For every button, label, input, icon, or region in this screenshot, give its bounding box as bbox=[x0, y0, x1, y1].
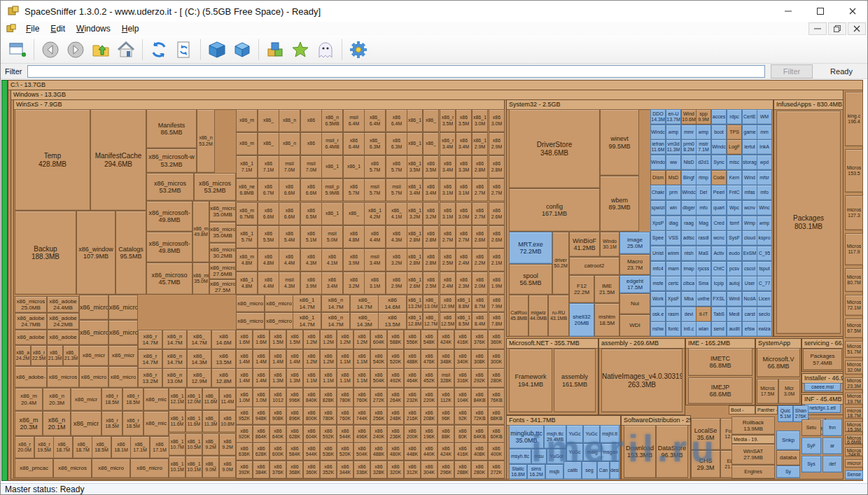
treemap-file[interactable]: mfo bbox=[757, 185, 772, 200]
treemap-folder[interactable]: x86340K bbox=[454, 349, 471, 369]
treemap-folder[interactable]: x86_micro bbox=[79, 366, 108, 388]
treemap-file[interactable]: Unist bbox=[650, 246, 666, 261]
treemap-folder[interactable]: IME21.5M bbox=[594, 275, 620, 303]
treemap-folder[interactable]: x86_window107.9MB bbox=[76, 211, 115, 295]
treemap-folder[interactable]: Setu bbox=[802, 419, 821, 436]
treemap-folder[interactable]: x86840K bbox=[303, 388, 320, 407]
treemap-folder[interactable]: x86492K bbox=[387, 368, 404, 388]
treemap-folder[interactable]: x86_13.2M bbox=[407, 202, 423, 225]
treemap-folder[interactable]: x861.4M bbox=[236, 349, 253, 369]
treemap-folder[interactable]: Packages803.1MB bbox=[776, 111, 841, 334]
treemap-file[interactable]: InkA bbox=[757, 139, 772, 155]
treemap-folder[interactable]: x86_14.7M bbox=[187, 330, 211, 349]
treemap-folder[interactable]: x86_pmcac bbox=[15, 459, 53, 478]
treemap-folder[interactable]: x86640K bbox=[270, 425, 286, 443]
treemap-folder[interactable]: x863.1M bbox=[364, 272, 386, 295]
treemap-folder[interactable]: micros18.7M bbox=[845, 407, 863, 419]
treemap-file[interactable]: Licen bbox=[757, 291, 772, 307]
new-view-icon[interactable] bbox=[5, 37, 30, 62]
treemap-folder[interactable]: x866.6M bbox=[279, 202, 300, 225]
treemap-file[interactable]: image25.0M bbox=[620, 232, 650, 254]
treemap-folder[interactable]: x86_13.5M bbox=[407, 155, 423, 179]
treemap-folder[interactable]: x8610.8M bbox=[219, 410, 236, 433]
treemap-folder[interactable]: x864.4M bbox=[258, 272, 279, 295]
treemap-folder[interactable]: x86_18.5M bbox=[92, 436, 111, 459]
treemap-folder[interactable]: x863.1M bbox=[440, 202, 456, 225]
treemap-folder[interactable]: x86_micr bbox=[71, 411, 102, 436]
treemap-folder[interactable]: Backup188.3MB bbox=[15, 211, 76, 295]
treemap-file[interactable]: Bingf bbox=[681, 170, 696, 186]
treemap-folder[interactable]: x86_r22.5M bbox=[31, 345, 47, 366]
treemap-folder[interactable]: winevt99.5MB bbox=[600, 109, 639, 176]
treemap-folder[interactable]: x86628K bbox=[253, 442, 270, 461]
treemap-file[interactable]: edgeht17.5M bbox=[620, 275, 650, 293]
more-detail-icon[interactable] bbox=[230, 37, 255, 62]
back-icon[interactable] bbox=[38, 37, 63, 62]
treemap-folder[interactable]: DriverStore348.6MB bbox=[509, 109, 600, 188]
treemap-folder[interactable]: x861.0M bbox=[236, 388, 253, 407]
treemap-folder[interactable]: x8618.1M bbox=[111, 436, 131, 459]
treemap-folder[interactable]: Rollback13.9MB bbox=[732, 417, 775, 435]
treemap-folder[interactable]: x86544K bbox=[303, 442, 320, 461]
treemap-file[interactable]: Quic5.1M bbox=[778, 405, 793, 422]
treemap-file[interactable]: mm bbox=[757, 125, 772, 140]
treemap-folder[interactable]: x8668KB bbox=[488, 407, 505, 425]
treemap-file[interactable]: Wmil bbox=[727, 291, 742, 307]
treemap-file[interactable]: prm08.2M bbox=[681, 139, 696, 155]
treemap-folder[interactable]: msil3.4M bbox=[364, 249, 386, 272]
home-icon[interactable] bbox=[113, 37, 139, 62]
options-icon[interactable] bbox=[346, 37, 371, 62]
treemap-folder[interactable]: x863.4M bbox=[423, 179, 439, 202]
treemap-container-header[interactable]: Microsoft.NET - 355.7MB bbox=[507, 339, 598, 349]
treemap-folder[interactable]: x86760K bbox=[354, 388, 370, 407]
treemap-folder[interactable]: x86_ bbox=[258, 132, 279, 155]
treemap-folder[interactable]: x8614.6M bbox=[211, 330, 236, 349]
treemap-folder[interactable]: x86480K bbox=[387, 442, 404, 461]
treemap-folder[interactable]: x8676KB bbox=[488, 388, 505, 407]
treemap-folder[interactable]: x86_micro bbox=[236, 312, 265, 330]
treemap-file[interactable]: NlsD bbox=[681, 155, 696, 170]
treemap-file[interactable]: FntC bbox=[727, 185, 742, 200]
treemap-folder[interactable]: x86584K bbox=[286, 442, 303, 461]
treemap-file[interactable]: Windc bbox=[650, 125, 666, 140]
treemap-file[interactable]: User bbox=[742, 276, 757, 291]
treemap-folder[interactable]: x862.8M bbox=[423, 225, 439, 249]
treemap-folder[interactable]: x86_14.8M bbox=[236, 272, 258, 295]
treemap-folder[interactable]: x861.2M bbox=[303, 349, 320, 369]
treemap-file[interactable]: Wind bbox=[742, 170, 757, 186]
treemap-folder[interactable]: mshtm18.5M bbox=[594, 303, 620, 337]
treemap-folder[interactable]: x86864K bbox=[253, 425, 270, 443]
treemap-folder[interactable]: x86376K bbox=[471, 330, 488, 349]
menu-edit[interactable]: Edit bbox=[45, 22, 71, 36]
treemap-folder[interactable]: x86240K bbox=[370, 425, 387, 443]
treemap-folder[interactable]: x861.1M bbox=[354, 349, 370, 369]
treemap-file[interactable]: mfo bbox=[696, 200, 711, 216]
treemap-folder[interactable]: x86_1 bbox=[321, 155, 343, 179]
treemap-folder[interactable]: x86628K bbox=[286, 425, 303, 443]
treemap-folder[interactable]: x86272K bbox=[370, 388, 387, 407]
treemap-folder[interactable]: msil5.0M bbox=[321, 225, 343, 249]
treemap-file[interactable]: d2d1 bbox=[696, 155, 711, 170]
treemap-file[interactable]: efsw bbox=[742, 321, 757, 337]
treemap-folder[interactable]: Engines bbox=[732, 465, 775, 479]
treemap-folder[interactable]: x864.4M bbox=[364, 225, 386, 249]
treemap-file[interactable]: iertut bbox=[742, 139, 757, 155]
treemap-folder[interactable]: x86_ne6.8MB bbox=[236, 179, 258, 202]
treemap-file[interactable]: msjh.ttc29.4MB bbox=[544, 425, 566, 449]
treemap-file[interactable]: YuGc bbox=[566, 425, 583, 443]
treemap-folder[interactable]: x86_17.1M bbox=[130, 436, 150, 459]
treemap-folder[interactable]: Packages57.4MB bbox=[803, 349, 842, 370]
treemap-folder[interactable]: x86452K bbox=[421, 368, 438, 388]
treemap-file[interactable]: MaS bbox=[696, 246, 711, 261]
treemap-folder[interactable]: x86_micros35.0MB bbox=[209, 222, 236, 243]
treemap-folder[interactable]: x86236K bbox=[387, 425, 404, 443]
treemap-folder[interactable]: x86_ bbox=[343, 202, 365, 225]
treemap-folder[interactable]: Micros32.0M bbox=[845, 361, 863, 375]
filter-input[interactable] bbox=[27, 65, 765, 78]
treemap-file[interactable]: Static16.8M bbox=[509, 464, 527, 480]
treemap-file[interactable]: Spee bbox=[650, 230, 666, 246]
treemap-folder[interactable]: x8680K bbox=[454, 425, 471, 443]
treemap-folder[interactable]: F1222.2M bbox=[569, 275, 594, 303]
treemap-file[interactable]: fontc bbox=[666, 321, 681, 337]
treemap-folder[interactable]: spp9.9M bbox=[696, 109, 711, 125]
